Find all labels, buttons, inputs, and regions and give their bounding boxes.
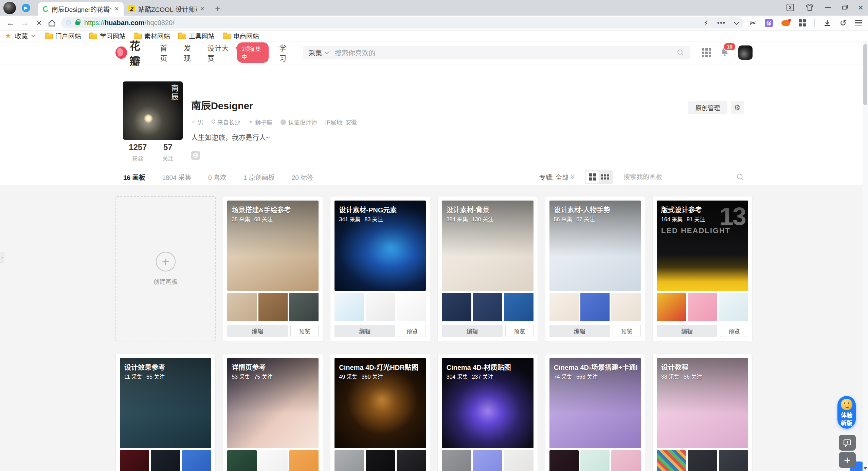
nav-contest[interactable]: 设计大赛 (207, 42, 233, 63)
bookmark-star-icon[interactable]: ★ (5, 32, 12, 40)
bookmark-folder-ecommerce[interactable]: 电商网站 (223, 31, 259, 40)
browser-profile-avatar[interactable] (3, 2, 16, 14)
header-search-bar[interactable]: 采集 搜索你喜欢的 (303, 46, 690, 59)
board-card[interactable]: 设计效果参考 11 采集 65 关注 编辑 预览 (115, 354, 216, 471)
nav-learn[interactable]: 学习 (279, 42, 292, 63)
board-card[interactable]: 13 LED HEADLIGHT 版式设计参考 164 采集 91 关注 编辑 … (652, 196, 753, 341)
scrollbar-thumb[interactable] (863, 44, 867, 105)
page-url[interactable]: https://huaban.com/hqc0820/ (84, 19, 175, 27)
board-thumbnail[interactable] (397, 450, 426, 471)
board-cover[interactable]: 设计素材-人物手势 56 采集 67 关注 (549, 201, 641, 291)
board-thumbnail[interactable] (657, 450, 686, 471)
board-card[interactable]: 设计素材-人物手势 56 采集 67 关注 编辑 预览 (545, 196, 645, 341)
accelerator-icon[interactable]: ⚡ (704, 19, 708, 27)
board-thumbnail[interactable] (289, 293, 319, 321)
board-cover[interactable]: 设计素材-背景 384 采集 130 关注 (442, 201, 533, 291)
board-thumbnail[interactable] (688, 450, 717, 471)
board-cover[interactable]: Cinema 4D-材质贴图 304 采集 237 关注 (442, 358, 533, 448)
board-thumbnail[interactable] (227, 293, 256, 321)
board-cover[interactable]: 详情页参考 53 采集 75 关注 (227, 358, 319, 448)
edit-board-button[interactable]: 编辑 (657, 325, 717, 337)
grid-view-button[interactable] (586, 171, 599, 183)
board-thumbnail[interactable] (611, 450, 640, 471)
nav-discover[interactable]: 发现 (184, 42, 197, 63)
board-thumbnail[interactable] (227, 450, 256, 471)
board-thumbnail[interactable] (289, 450, 319, 471)
minimize-icon[interactable] (825, 7, 831, 8)
edit-board-button[interactable]: 编辑 (442, 325, 502, 337)
board-thumbnail[interactable] (182, 450, 211, 471)
contest-badge[interactable]: 1项征集中 (237, 42, 269, 63)
board-search-icon[interactable] (736, 173, 744, 181)
preview-board-button[interactable]: 预览 (505, 325, 534, 337)
board-thumbnail[interactable] (442, 450, 471, 471)
board-thumbnail[interactable] (504, 293, 533, 321)
board-thumbnail[interactable] (549, 293, 579, 321)
create-board-cell[interactable]: + 创建画板 (115, 196, 216, 341)
bookmarks-caret-icon[interactable] (31, 33, 35, 37)
page-scrollbar[interactable] (863, 41, 868, 471)
tab-original-boards[interactable]: 1 原创画板 (243, 172, 275, 182)
board-cover[interactable]: 13 LED HEADLIGHT 版式设计参考 164 采集 91 关注 (657, 201, 748, 291)
notifications-bell[interactable]: 10 (720, 47, 729, 58)
search-placeholder[interactable]: 搜索你喜欢的 (334, 48, 673, 58)
board-card[interactable]: 设计素材-背景 384 采集 130 关注 编辑 预览 (437, 196, 538, 341)
apps-grid-icon[interactable] (702, 48, 711, 57)
settings-gear-icon[interactable]: ⚙ (731, 101, 744, 114)
search-category-caret-icon[interactable] (325, 50, 329, 54)
board-search-input[interactable] (623, 173, 725, 181)
dropdown-chevron-icon[interactable] (734, 19, 739, 25)
bookmark-folder-portal[interactable]: 门户网站 (45, 31, 81, 40)
edit-board-button[interactable]: 编辑 (227, 325, 288, 337)
board-thumbnail[interactable] (549, 450, 579, 471)
board-thumbnail[interactable] (580, 450, 610, 471)
scrollbar-down-arrow[interactable] (864, 467, 867, 470)
undo-icon[interactable]: ↺ (840, 19, 847, 27)
board-thumbnail[interactable] (366, 450, 395, 471)
board-card[interactable]: 场景搭建&手绘参考 35 采集 68 关注 编辑 预览 (223, 196, 323, 341)
preview-board-button[interactable]: 预览 (290, 325, 319, 337)
add-button[interactable]: + (839, 452, 856, 468)
board-thumbnail[interactable] (657, 293, 686, 321)
tab-close-icon[interactable]: × (114, 5, 119, 13)
board-cover[interactable]: 设计效果参考 11 采集 65 关注 (120, 358, 211, 448)
games-icon[interactable] (781, 20, 790, 26)
board-thumbnail[interactable] (473, 293, 502, 321)
board-cover[interactable]: Cinema 4D-场景搭建+卡通IP 74 采集 663 关注 (549, 358, 641, 448)
board-cover[interactable]: 设计素材-PNG元素 341 采集 83 关注 (334, 201, 426, 291)
search-category-select[interactable]: 采集 (308, 48, 322, 58)
following-stat[interactable]: 57 关注 (153, 143, 183, 162)
edit-board-button[interactable]: 编辑 (549, 325, 610, 337)
list-view-button[interactable] (599, 171, 612, 183)
board-thumbnail[interactable] (719, 450, 748, 471)
new-tab-button[interactable]: + (215, 4, 220, 14)
board-thumbnail[interactable] (366, 293, 395, 321)
board-card[interactable]: 设计素材-PNG元素 341 采集 83 关注 编辑 预览 (330, 196, 430, 341)
profile-avatar[interactable]: 南辰 (123, 81, 183, 140)
huaban-logo[interactable]: 花瓣 (115, 37, 151, 68)
board-cover[interactable]: Cinema 4D-灯光HDR贴图 49 采集 360 关注 (334, 358, 426, 448)
home-icon[interactable] (48, 19, 56, 27)
board-thumbnail[interactable] (688, 293, 717, 321)
user-avatar[interactable] (738, 45, 753, 60)
tab-tags[interactable]: 20 标签 (292, 172, 313, 182)
site-permission-icon[interactable] (66, 20, 71, 25)
board-thumbnail[interactable] (442, 293, 471, 321)
bookmark-folder-tools[interactable]: 工具网站 (178, 31, 215, 40)
tab-close-icon[interactable]: × (200, 5, 204, 13)
downloads-icon[interactable] (823, 19, 831, 27)
menu-hamburger-icon[interactable] (855, 20, 862, 26)
telegram-icon[interactable] (22, 4, 30, 12)
translate-icon[interactable]: 译 (765, 19, 773, 27)
preview-board-button[interactable]: 预览 (720, 325, 748, 337)
board-card[interactable]: Cinema 4D-灯光HDR贴图 49 采集 360 关注 编辑 预览 (330, 354, 430, 471)
nav-home[interactable]: 首页 (160, 42, 173, 63)
browser-tab-huaban[interactable]: 南辰Designer的花瓣个人主页 × (38, 2, 124, 16)
preview-board-button[interactable]: 预览 (613, 325, 641, 337)
board-cover[interactable]: 设计教程 38 采集 86 关注 (657, 358, 748, 448)
feedback-button[interactable] (839, 435, 856, 451)
board-thumbnail[interactable] (334, 293, 364, 321)
followers-stat[interactable]: 1257 粉丝 (123, 143, 153, 162)
more-dots-icon[interactable]: ••• (717, 19, 726, 26)
theme-shirt-icon[interactable] (806, 4, 814, 11)
